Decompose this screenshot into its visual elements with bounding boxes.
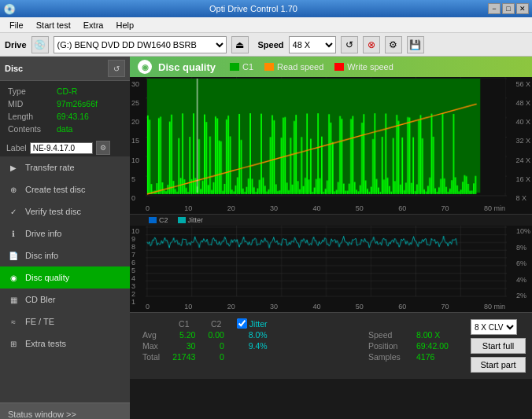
sidebar-item-label-extra-tests: Extra tests xyxy=(25,339,66,348)
sidebar-item-label-cd-bler: CD Bler xyxy=(25,295,56,304)
sidebar-item-transfer-rate[interactable]: ▶ Transfer rate xyxy=(0,156,130,178)
legend-c2-box xyxy=(149,217,157,223)
sidebar-menu: ▶ Transfer rate ⊕ Create test disc ✓ Ver… xyxy=(0,156,130,402)
speed-select[interactable]: 48 X xyxy=(289,36,336,53)
mid-value: 97m26s66f xyxy=(57,98,122,109)
chart-y-axis-right-top: 56 X 48 X 40 X 32 X 24 X 16 X 8 X xyxy=(515,80,530,202)
y-label-10: 10 xyxy=(131,156,139,164)
sidebar-item-disc-info[interactable]: 📄 Disc info xyxy=(0,244,130,266)
action-buttons-panel: 8 X CLV Start full Start part xyxy=(464,316,532,376)
main-layout: Disc ↺ Type CD-R MID 97m26s66f Length 69… xyxy=(0,57,532,419)
status-window-label: Status window >> xyxy=(8,410,76,419)
legend-read-speed: Read speed xyxy=(264,62,323,72)
sidebar-item-fe-te[interactable]: ≈ FE / TE xyxy=(0,311,130,333)
save-button[interactable]: 💾 xyxy=(407,36,424,53)
stats-table: C1 C2 Jitter Avg 5.20 xyxy=(130,316,362,376)
y-right-24: 24 X xyxy=(515,156,530,164)
close-button[interactable]: ✕ xyxy=(516,3,529,14)
label-label: Label xyxy=(6,143,27,153)
drive-info-icon: ℹ xyxy=(8,228,19,239)
status-window-button[interactable]: Status window >> xyxy=(0,402,130,419)
legend-c1: C1 xyxy=(230,62,253,72)
mid-label: MID xyxy=(8,98,55,109)
disc-quality-icon-circle: ◉ xyxy=(138,60,152,74)
y-right-8: 8 X xyxy=(515,194,530,202)
disc-refresh-button[interactable]: ↺ xyxy=(108,60,125,77)
legend-c1-label: C1 xyxy=(242,62,253,72)
position-stat-value: 69:42.00 xyxy=(416,341,449,351)
drivebar: Drive 💿 (G:) BENQ DVD DD DW1640 BSRB ⏏ S… xyxy=(0,33,532,57)
drive-select[interactable]: (G:) BENQ DVD DD DW1640 BSRB xyxy=(54,36,227,53)
legend-jitter-box xyxy=(178,217,186,223)
settings-button[interactable]: ⚙ xyxy=(385,36,402,53)
label-input[interactable] xyxy=(30,142,93,154)
sidebar-item-label-verify-test-disc: Verify test disc xyxy=(25,207,81,216)
speed-mode-select[interactable]: 8 X CLV xyxy=(471,319,517,335)
maximize-button[interactable]: □ xyxy=(502,3,515,14)
sidebar-item-drive-info[interactable]: ℹ Drive info xyxy=(0,222,130,244)
legend-c1-color xyxy=(230,63,239,71)
col-c1-header: C1 xyxy=(166,318,201,329)
chart-bottom-legend: C2 Jitter xyxy=(130,215,532,226)
disc-quality-title: Disc quality xyxy=(158,61,216,73)
type-value: CD-R xyxy=(57,86,122,97)
y-label-20: 20 xyxy=(131,118,139,126)
menu-extra[interactable]: Extra xyxy=(77,19,110,31)
start-part-button[interactable]: Start part xyxy=(471,357,526,373)
sidebar-item-disc-quality[interactable]: ◉ Disc quality xyxy=(0,266,130,289)
sidebar-item-label-disc-info: Disc info xyxy=(25,251,58,260)
erase-button[interactable]: ⊗ xyxy=(363,36,380,53)
jitter-avg: 8.0% xyxy=(231,329,274,340)
eject-button[interactable]: ⏏ xyxy=(231,36,249,53)
stats-bottom-panel: C1 C2 Jitter Avg 5.20 xyxy=(130,312,532,379)
sidebar-item-create-test-disc[interactable]: ⊕ Create test disc xyxy=(0,178,130,200)
sidebar: Disc ↺ Type CD-R MID 97m26s66f Length 69… xyxy=(0,57,130,419)
legend-write-speed-label: Write speed xyxy=(347,62,393,72)
chart-x-axis-bottom: 0 10 20 30 40 50 60 70 80 min xyxy=(146,303,505,311)
position-stat-label: Position xyxy=(368,341,412,351)
disc-quality-icon: ◉ xyxy=(8,272,19,283)
total-label: Total xyxy=(136,351,166,362)
menu-file[interactable]: File xyxy=(3,19,30,31)
sidebar-item-verify-test-disc[interactable]: ✓ Verify test disc xyxy=(0,200,130,222)
label-settings-icon[interactable]: ⚙ xyxy=(96,141,110,155)
transfer-rate-icon: ▶ xyxy=(8,162,19,173)
y-label-30: 30 xyxy=(131,80,139,88)
titlebar-controls: − □ ✕ xyxy=(488,3,529,14)
legend-jitter-label: Jitter xyxy=(188,216,204,224)
legend-write-speed-color xyxy=(334,63,344,71)
sidebar-item-cd-bler[interactable]: ▦ CD Bler xyxy=(0,289,130,311)
drive-label: Drive xyxy=(5,40,27,50)
c1-max: 30 xyxy=(166,340,201,351)
charts-area: 30 25 20 15 10 5 0 56 X 48 X 40 X 32 X 2… xyxy=(130,77,532,419)
create-test-disc-icon: ⊕ xyxy=(8,184,19,195)
menu-start-test[interactable]: Start test xyxy=(30,19,77,31)
y-label-25: 25 xyxy=(131,99,139,107)
sidebar-item-label-transfer-rate: Transfer rate xyxy=(25,163,75,172)
refresh-button[interactable]: ↺ xyxy=(341,36,358,53)
disc-section-header: Disc ↺ xyxy=(0,57,130,81)
contents-value: data xyxy=(57,123,122,134)
menu-help[interactable]: Help xyxy=(109,19,140,31)
disc-quality-header: ◉ Disc quality C1 Read speed Write speed xyxy=(130,57,532,77)
extra-tests-icon: ⊞ xyxy=(8,338,19,349)
col-c2-header: C2 xyxy=(201,318,230,329)
length-label: Length xyxy=(8,111,55,122)
legend-write-speed: Write speed xyxy=(334,62,393,72)
app-icon: 💿 xyxy=(3,3,16,15)
legend-c2: C2 xyxy=(149,216,168,224)
start-full-button[interactable]: Start full xyxy=(471,338,526,354)
chart-c2-jitter: 10 9 8 7 6 5 4 3 2 1 10% 8% 6% 4% xyxy=(130,226,532,312)
jitter-check[interactable] xyxy=(237,318,247,329)
titlebar-left: 💿 xyxy=(3,3,19,15)
minimize-button[interactable]: − xyxy=(488,3,501,14)
c1-total: 21743 xyxy=(166,351,201,362)
drive-icon-btn[interactable]: 💿 xyxy=(31,36,49,53)
app-title: Opti Drive Control 1.70 xyxy=(19,4,488,13)
chart-c1: 30 25 20 15 10 5 0 56 X 48 X 40 X 32 X 2… xyxy=(130,77,532,215)
disc-info-icon: 📄 xyxy=(8,250,19,261)
sidebar-item-extra-tests[interactable]: ⊞ Extra tests xyxy=(0,333,130,355)
disc-info-panel: Type CD-R MID 97m26s66f Length 69:43.16 … xyxy=(0,81,130,139)
fe-te-icon: ≈ xyxy=(8,316,19,327)
jitter-checkbox[interactable]: Jitter xyxy=(237,318,268,329)
